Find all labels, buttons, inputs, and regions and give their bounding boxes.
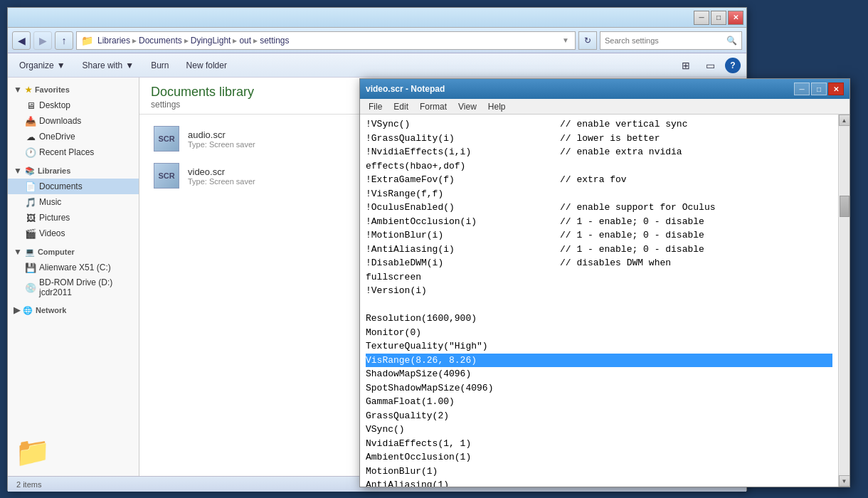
menu-format[interactable]: Format <box>414 99 452 115</box>
new-folder-button[interactable]: New folder <box>181 56 233 75</box>
sidebar-item-drive-c[interactable]: 💾 Alienware X51 (C:) <box>8 260 139 275</box>
notepad-scrollbar[interactable]: ▲ ▼ <box>838 115 850 487</box>
command-toolbar: Organize ▼ Share with ▼ Burn New folder … <box>8 53 746 78</box>
code-line: !VSync() // enable vertical sync <box>366 117 832 132</box>
file-type-2: Type: Screen saver <box>188 177 255 186</box>
code-line: Monitor(0) <box>366 326 832 340</box>
address-toolbar: ◀ ▶ ↑ 📁 Libraries ▸ Documents ▸ DyingLig… <box>8 28 746 53</box>
file-type: Type: Screen saver <box>188 140 255 149</box>
breadcrumb-out[interactable]: out <box>239 36 251 46</box>
computer-icon: 💻 <box>25 248 35 257</box>
code-line: !AmbientOcclusion(i) // 1 - enable; 0 - … <box>366 215 832 229</box>
code-line: !OculusEnabled() // enable support for O… <box>366 201 832 215</box>
videos-icon: 🎬 <box>25 228 36 239</box>
code-line <box>366 298 832 312</box>
notepad-titlebar: video.scr - Notepad ─ □ ✕ <box>360 79 850 99</box>
help-button[interactable]: ? <box>725 58 741 73</box>
search-input[interactable] <box>605 36 726 45</box>
breadcrumb-libraries[interactable]: Libraries <box>97 36 130 46</box>
notepad-maximize-button[interactable]: □ <box>811 83 827 95</box>
code-line: NvidiaEffects(1, 1) <box>366 437 832 451</box>
search-icon[interactable]: 🔍 <box>726 36 737 46</box>
code-line: !ExtraGameFov(f) // extra fov <box>366 173 832 187</box>
sidebar-item-documents[interactable]: 📄 Documents <box>8 179 139 194</box>
minimize-button[interactable]: ─ <box>694 11 709 25</box>
maximize-button[interactable]: □ <box>711 11 726 25</box>
file-name-2: video.scr <box>188 166 255 177</box>
scroll-up-button[interactable]: ▲ <box>839 115 850 126</box>
notepad-title: video.scr - Notepad <box>366 84 794 94</box>
details-pane-button[interactable]: ▭ <box>700 56 721 75</box>
favorites-section: ▼ ★ Favorites 🖥 Desktop 📥 Downloads ☁ On… <box>8 82 139 160</box>
refresh-button[interactable]: ↻ <box>578 31 597 50</box>
scroll-down-button[interactable]: ▼ <box>839 475 850 487</box>
search-box[interactable]: 🔍 <box>600 31 742 50</box>
sidebar-item-onedrive[interactable]: ☁ OneDrive <box>8 129 139 144</box>
file-info-2: video.scr Type: Screen saver <box>188 166 255 186</box>
notepad-minimize-button[interactable]: ─ <box>794 83 810 95</box>
sidebar-item-downloads[interactable]: 📥 Downloads <box>8 113 139 129</box>
network-header[interactable]: ▶ 🌐 Network <box>8 302 139 318</box>
share-dropdown-icon: ▼ <box>125 60 134 70</box>
code-line: TextureQuality("High") <box>366 339 832 354</box>
code-line: MotionBlur(1) <box>366 465 832 479</box>
organize-button[interactable]: Organize ▼ <box>14 56 71 75</box>
menu-edit[interactable]: Edit <box>388 99 414 115</box>
sidebar-item-pictures[interactable]: 🖼 Pictures <box>8 210 139 226</box>
burn-button[interactable]: Burn <box>145 56 174 75</box>
code-line: VisRange(8.26, 8.26) <box>366 354 832 368</box>
file-name: audio.scr <box>188 129 255 140</box>
sidebar-item-videos[interactable]: 🎬 Videos <box>8 226 139 241</box>
code-line: !DisableDWM(i) // disables DWM when <box>366 256 832 270</box>
view-options-button[interactable]: ⊞ <box>676 56 696 75</box>
computer-collapse-icon: ▼ <box>14 247 22 257</box>
libraries-header[interactable]: ▼ 📚 Libraries <box>8 163 139 179</box>
sidebar-item-recent[interactable]: 🕐 Recent Places <box>8 144 139 160</box>
code-line: !GrassQuality(i) // lower is better <box>366 132 832 146</box>
sidebar-item-drive-d[interactable]: 💿 BD-ROM Drive (D:) jcdr2011 <box>8 275 139 300</box>
notepad-window: video.scr - Notepad ─ □ ✕ File Edit Form… <box>359 78 850 487</box>
breadcrumb-dyinglight[interactable]: DyingLight <box>191 36 231 46</box>
sidebar-item-music[interactable]: 🎵 Music <box>8 194 139 210</box>
network-collapse-icon: ▶ <box>14 305 20 315</box>
menu-help[interactable]: Help <box>482 99 512 115</box>
code-line: VSync() <box>366 423 832 437</box>
code-line: !Version(i) <box>366 284 832 298</box>
notepad-text-area[interactable]: !VSync() // enable vertical sync!GrassQu… <box>360 115 838 487</box>
favorites-collapse-icon: ▼ <box>14 85 22 95</box>
music-icon: 🎵 <box>25 196 36 208</box>
share-with-button[interactable]: Share with ▼ <box>77 56 140 75</box>
address-bar[interactable]: 📁 Libraries ▸ Documents ▸ DyingLight ▸ o… <box>76 31 576 50</box>
code-line: fullscreen <box>366 270 832 285</box>
network-icon: 🌐 <box>23 306 33 315</box>
up-button[interactable]: ↑ <box>55 31 73 50</box>
breadcrumb-settings[interactable]: settings <box>260 36 289 46</box>
notepad-close-button[interactable]: ✕ <box>828 83 844 95</box>
close-button[interactable]: ✕ <box>728 11 743 25</box>
sidebar-item-desktop[interactable]: 🖥 Desktop <box>8 97 139 113</box>
menu-file[interactable]: File <box>363 99 388 115</box>
address-dropdown-icon[interactable]: ▼ <box>562 36 571 44</box>
library-icon: 📚 <box>25 166 35 176</box>
screen-saver-thumbnail-2: SCR <box>154 163 179 189</box>
star-icon: ★ <box>25 85 32 95</box>
organize-dropdown-icon: ▼ <box>57 60 65 70</box>
file-icon-audio: SCR <box>152 124 181 153</box>
notepad-menu: File Edit Format View Help <box>360 99 850 115</box>
code-line: Resolution(1600,900) <box>366 312 832 326</box>
scrollbar-track[interactable] <box>840 126 850 475</box>
back-button[interactable]: ◀ <box>12 31 31 50</box>
titlebar-controls: ─ □ ✕ <box>694 11 743 25</box>
scrollbar-thumb[interactable] <box>840 196 850 217</box>
forward-button[interactable]: ▶ <box>33 31 52 50</box>
pictures-icon: 🖼 <box>25 212 36 223</box>
network-section: ▶ 🌐 Network <box>8 302 139 318</box>
file-info: audio.scr Type: Screen saver <box>188 129 255 149</box>
breadcrumb-documents[interactable]: Documents <box>139 36 182 46</box>
documents-icon: 📄 <box>25 181 36 192</box>
menu-view[interactable]: View <box>452 99 482 115</box>
notepad-content: !VSync() // enable vertical sync!GrassQu… <box>360 115 850 487</box>
computer-header[interactable]: ▼ 💻 Computer <box>8 244 139 260</box>
code-line: GrassQuality(2) <box>366 409 832 423</box>
favorites-header[interactable]: ▼ ★ Favorites <box>8 82 139 97</box>
